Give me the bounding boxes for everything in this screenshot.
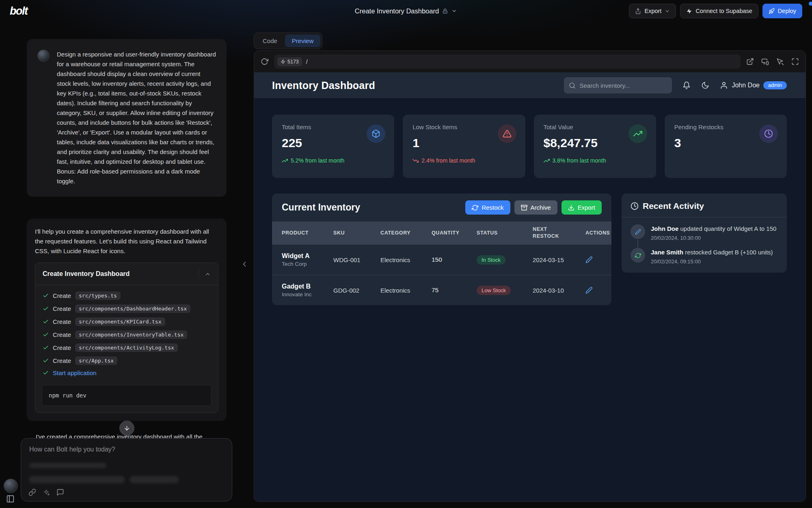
user-message: Design a responsive and user-friendly in… xyxy=(27,39,227,197)
collapse-chat-button[interactable] xyxy=(240,260,248,268)
activity-item: John Doe updated quantity of Widget A to… xyxy=(622,217,787,241)
package-icon xyxy=(367,124,385,143)
check-icon xyxy=(43,306,49,312)
search-input[interactable] xyxy=(579,82,667,89)
activity-item: Jane Smith restocked Gadget B (+100 unit… xyxy=(622,241,787,265)
blurred-text xyxy=(29,463,106,468)
plan-card: Create Inventory Dashboard Create src/ty… xyxy=(35,263,218,413)
fullscreen-icon[interactable] xyxy=(791,58,799,65)
tab-code[interactable]: Code xyxy=(256,35,284,47)
inventory-header: Current Inventory Restock Archive xyxy=(272,193,611,221)
enhance-prompt-button[interactable] xyxy=(43,489,50,496)
chat-input-box[interactable] xyxy=(21,438,232,501)
edit-row-button[interactable] xyxy=(585,287,611,294)
chat-input[interactable] xyxy=(21,439,232,456)
lock-icon xyxy=(443,9,448,14)
preview-panel: 5173 / Inventory Dashboard xyxy=(254,50,806,502)
trending-up-icon xyxy=(544,158,550,164)
file-chip[interactable]: src/components/DashboardHeader.tsx xyxy=(75,304,190,313)
assistant-intro-text: I'll help you create a comprehensive inv… xyxy=(35,227,218,256)
deploy-button[interactable]: Deploy xyxy=(762,4,802,18)
plan-step-start: Start application xyxy=(43,369,211,376)
notifications-bell-icon[interactable] xyxy=(682,81,691,89)
status-badge: In Stock xyxy=(477,255,505,265)
account-avatar[interactable] xyxy=(4,479,18,493)
file-chip[interactable]: src/types.ts xyxy=(75,291,121,300)
download-icon xyxy=(568,204,574,211)
scroll-to-bottom-button[interactable] xyxy=(119,421,134,436)
inventory-table-card: Current Inventory Restock Archive xyxy=(272,193,611,305)
preview-toolbar-actions xyxy=(746,58,799,65)
file-chip[interactable]: src/components/InventoryTable.tsx xyxy=(75,330,187,339)
app-title: Inventory Dashboard xyxy=(272,80,375,91)
plan-title: Create Inventory Dashboard xyxy=(43,270,130,278)
bolt-logo[interactable]: bolt xyxy=(10,5,27,17)
connect-supabase-label: Connect to Supabase xyxy=(695,8,752,14)
table-row[interactable]: Gadget B Innovate Inc GDG-002 Electronic… xyxy=(272,275,611,305)
chevron-down-icon xyxy=(451,8,457,14)
check-icon xyxy=(43,358,49,364)
start-application-link[interactable]: Start application xyxy=(53,369,97,376)
clock-icon xyxy=(759,124,778,143)
archive-icon xyxy=(521,204,527,211)
search-icon xyxy=(569,82,576,89)
terminal-command: npm run dev xyxy=(42,385,212,406)
user-menu[interactable]: John Doe admin xyxy=(720,81,787,89)
port-badge[interactable]: 5173 xyxy=(277,57,302,66)
search-box[interactable] xyxy=(564,77,672,93)
view-tabs: Code Preview xyxy=(254,33,322,49)
deploy-label: Deploy xyxy=(778,8,796,14)
kpi-card-low-stock: Low Stock Items 1 2.4% from last month xyxy=(403,115,525,178)
url-input[interactable]: 5173 / xyxy=(274,54,741,69)
open-external-icon[interactable] xyxy=(746,58,754,65)
kpi-card-total-value: Total Value $8,247.75 3.8% from last mon… xyxy=(534,115,656,178)
project-title: Create Inventory Dashboard xyxy=(355,7,439,15)
kpi-change: 3.8% from last month xyxy=(544,157,646,164)
trending-up-icon xyxy=(282,158,288,164)
dark-mode-toggle-icon[interactable] xyxy=(701,81,709,89)
blurred-text xyxy=(29,476,125,483)
attach-link-button[interactable] xyxy=(28,488,36,496)
device-preview-icon[interactable] xyxy=(761,58,769,65)
file-chip[interactable]: src/components/KPICard.tsx xyxy=(75,317,165,326)
chat-mode-button[interactable] xyxy=(56,488,64,496)
trending-down-icon xyxy=(412,158,419,164)
recent-activity-card: Recent Activity John Doe updated quantit… xyxy=(622,193,787,273)
plan-step: Create src/components/InventoryTable.tsx xyxy=(43,330,211,339)
preview-url-bar: 5173 / xyxy=(254,51,806,72)
user-message-text: Design a responsive and user-friendly in… xyxy=(57,50,216,186)
topbar: bolt Create Inventory Dashboard Export C… xyxy=(0,0,812,22)
restock-button[interactable]: Restock xyxy=(465,200,510,215)
reload-icon[interactable] xyxy=(261,58,268,65)
chat-input-toolbar xyxy=(28,488,64,496)
file-chip[interactable]: src/App.tsx xyxy=(75,356,117,365)
connect-supabase-button[interactable]: Connect to Supabase xyxy=(680,4,758,18)
table-row[interactable]: Widget A Tech Corp WDG-001 Electronics 1… xyxy=(272,244,611,275)
export-button[interactable]: Export xyxy=(629,4,676,18)
check-icon xyxy=(43,370,49,376)
export-csv-button[interactable]: Export xyxy=(561,200,602,215)
sidebar-toggle-icon[interactable] xyxy=(6,495,15,503)
project-title-group[interactable]: Create Inventory Dashboard xyxy=(355,7,457,15)
file-chip[interactable]: src/components/ActivityLog.tsx xyxy=(75,343,178,352)
user-icon xyxy=(720,81,728,89)
activity-header: Recent Activity xyxy=(622,193,787,217)
check-icon xyxy=(43,332,49,338)
user-avatar xyxy=(37,50,50,62)
collapse-plan-button[interactable] xyxy=(199,269,211,278)
archive-button[interactable]: Archive xyxy=(514,200,557,215)
url-path: / xyxy=(306,59,308,65)
tab-preview[interactable]: Preview xyxy=(285,35,320,47)
plan-step: Create src/components/KPICard.tsx xyxy=(43,317,211,326)
inspector-off-icon[interactable] xyxy=(776,58,784,65)
export-label: Export xyxy=(644,8,661,14)
share-icon xyxy=(635,8,641,14)
dashboard-header: Inventory Dashboard John Doe admin xyxy=(254,72,806,98)
trending-up-icon xyxy=(628,124,647,143)
table-header: PRODUCT SKU CATEGORY QUANTITY STATUS NEX… xyxy=(272,221,611,244)
rocket-icon xyxy=(769,8,775,14)
kpi-grid: Total Items 225 5.2% from last month Low… xyxy=(272,115,787,178)
check-icon xyxy=(43,319,49,325)
inventory-title: Current Inventory xyxy=(282,202,360,213)
edit-row-button[interactable] xyxy=(585,256,611,263)
